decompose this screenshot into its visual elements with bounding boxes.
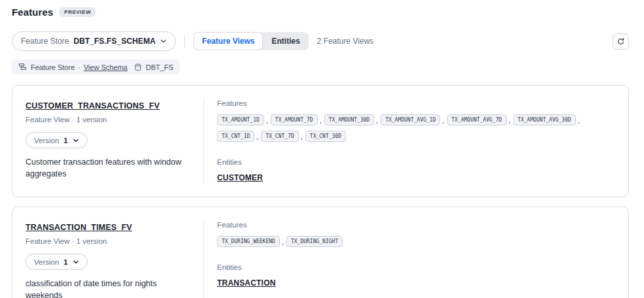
features-label: Features: [217, 221, 613, 229]
card-summary-column: TRANSACTION_TIMES_FV Feature View · 1 ve…: [12, 207, 203, 298]
entities-label: Entities: [217, 263, 613, 271]
tab-feature-views[interactable]: Feature Views: [194, 32, 263, 50]
entities-label: Entities: [217, 158, 613, 166]
feature-chip: TX_CNT_30D: [305, 131, 346, 142]
chip-separator: ,: [442, 116, 444, 124]
chip-separator: ,: [320, 116, 322, 124]
version-select[interactable]: Version 1: [25, 132, 88, 148]
entity-link[interactable]: TRANSACTION: [217, 278, 276, 288]
view-schema-link[interactable]: View Schema: [84, 63, 127, 71]
feature-chip: TX_AMOUNT_AVG_1D: [381, 114, 440, 125]
view-tabs: Feature Views Entities: [194, 32, 309, 50]
feature-chip: TX_CNT_1D: [217, 131, 254, 142]
database-icon: [134, 63, 142, 71]
feature-store-icon: [18, 63, 27, 71]
chip-separator: ,: [301, 133, 303, 141]
feature-view-subtitle: Feature View · 1 version: [25, 237, 190, 245]
version-select[interactable]: Version 1: [25, 254, 88, 270]
card-detail-column: Features TX_AMOUNT_1D,TX_AMOUNT_7D,TX_AM…: [204, 86, 628, 197]
entity-list: TRANSACTION: [217, 276, 613, 288]
tab-entities[interactable]: Entities: [263, 32, 308, 50]
breadcrumb-separator: ·: [78, 63, 80, 71]
feature-view-card: CUSTOMER_TRANSACTIONS_FV Feature View · …: [12, 85, 629, 197]
features-label: Features: [217, 99, 613, 107]
feature-view-card: TRANSACTION_TIMES_FV Feature View · 1 ve…: [12, 207, 629, 298]
feature-chip-list: TX_AMOUNT_1D,TX_AMOUNT_7D,TX_AMOUNT_30D,…: [217, 112, 613, 144]
feature-chip: TX_AMOUNT_AVG_30D: [513, 114, 576, 125]
feature-chip: TX_AMOUNT_30D: [324, 114, 375, 125]
feature-chip: TX_DURING_NIGHT: [286, 236, 343, 247]
feature-chip: TX_CNT_7D: [261, 131, 298, 142]
feature-view-subtitle: Feature View · 1 version: [25, 116, 190, 124]
chip-separator: ,: [509, 116, 511, 124]
version-select-value: 1: [63, 137, 67, 144]
chevron-down-icon: [73, 259, 79, 265]
toolbar-divider: [184, 35, 185, 48]
preview-badge: PREVIEW: [59, 7, 96, 17]
chevron-down-icon: [73, 137, 79, 144]
version-select-label: Version: [34, 258, 59, 266]
version-select-value: 1: [63, 258, 67, 266]
breadcrumb-database-name: DBT_FS: [146, 63, 173, 71]
version-select-label: Version: [34, 137, 59, 144]
page-header: Features PREVIEW: [12, 7, 629, 18]
feature-store-select[interactable]: Feature Store DBT_FS.FS_SCHEMA: [12, 31, 176, 51]
feature-view-name-link[interactable]: TRANSACTION_TIMES_FV: [25, 223, 132, 232]
feature-chip: TX_AMOUNT_7D: [271, 114, 318, 125]
feature-store-select-value: DBT_FS.FS_SCHEMA: [73, 37, 156, 46]
chip-separator: ,: [376, 116, 378, 124]
feature-store-select-label: Feature Store: [21, 37, 69, 46]
refresh-button[interactable]: [613, 33, 629, 50]
chevron-down-icon: [160, 38, 167, 44]
chip-separator: ,: [578, 116, 580, 124]
entity-list: CUSTOMER: [217, 171, 613, 183]
feature-view-description: classification of date times for nights …: [25, 278, 190, 298]
chip-separator: ,: [266, 116, 268, 124]
chip-separator: ,: [282, 238, 284, 246]
card-summary-column: CUSTOMER_TRANSACTIONS_FV Feature View · …: [12, 86, 203, 197]
feature-view-list: CUSTOMER_TRANSACTIONS_FV Feature View · …: [12, 85, 629, 298]
chip-separator: ,: [256, 133, 258, 141]
refresh-icon: [617, 37, 625, 46]
features-page: Features PREVIEW Feature Store DBT_FS.FS…: [0, 0, 644, 298]
feature-view-description: Customer transaction features with windo…: [25, 157, 190, 180]
breadcrumb-store-label: Feature Store: [31, 63, 75, 71]
feature-view-name-link[interactable]: CUSTOMER_TRANSACTIONS_FV: [25, 101, 160, 110]
feature-chip: TX_DURING_WEEKEND: [217, 236, 280, 247]
feature-chip-list: TX_DURING_WEEKEND,TX_DURING_NIGHT: [217, 233, 613, 250]
feature-views-count: 2 Feature Views: [317, 37, 374, 46]
entity-link[interactable]: CUSTOMER: [217, 173, 263, 182]
feature-chip: TX_AMOUNT_1D: [217, 114, 264, 125]
card-detail-column: Features TX_DURING_WEEKEND,TX_DURING_NIG…: [204, 207, 628, 298]
feature-chip: TX_AMOUNT_AVG_7D: [447, 114, 507, 125]
page-title: Features: [12, 7, 53, 18]
toolbar: Feature Store DBT_FS.FS_SCHEMA Feature V…: [12, 31, 629, 51]
breadcrumb: Feature Store · View Schema DBT_FS: [12, 59, 180, 74]
